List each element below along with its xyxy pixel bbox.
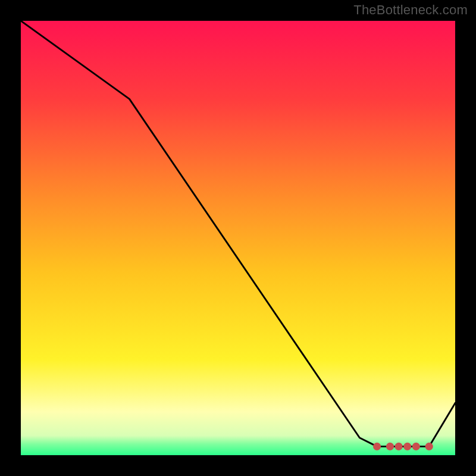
data-marker [386,443,394,450]
data-marker [373,443,381,450]
data-marker [395,443,403,450]
watermark-text: TheBottleneck.com [353,2,468,18]
plot-area [21,21,455,455]
marker-layer [21,21,455,455]
data-marker [425,443,433,450]
data-marker [403,443,411,450]
chart-frame: TheBottleneck.com [0,0,476,476]
data-marker [412,443,420,450]
